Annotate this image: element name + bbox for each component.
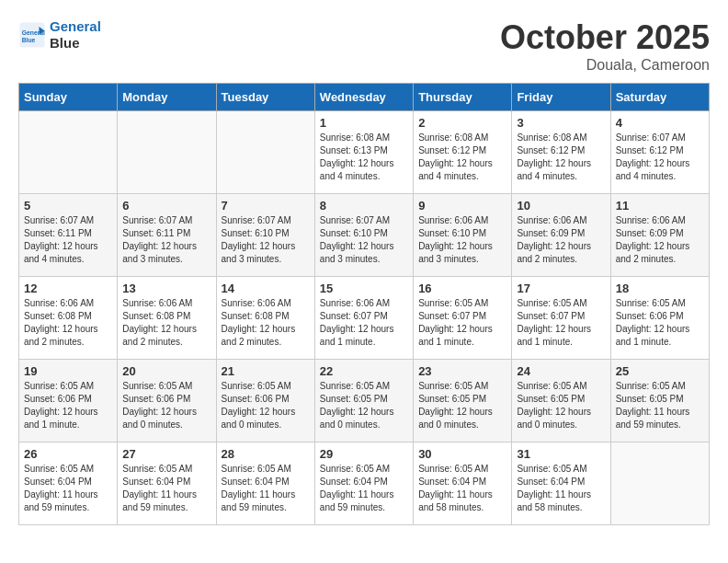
day-number: 3 (517, 116, 605, 130)
calendar-table: SundayMondayTuesdayWednesdayThursdayFrid… (18, 83, 710, 525)
calendar-cell: 7Sunrise: 6:07 AM Sunset: 6:10 PM Daylig… (216, 194, 314, 277)
calendar-cell: 12Sunrise: 6:06 AM Sunset: 6:08 PM Dayli… (19, 277, 118, 360)
page-header: General Blue General Blue October 2025 D… (18, 18, 710, 74)
day-info: Sunrise: 6:07 AM Sunset: 6:11 PM Dayligh… (122, 214, 210, 266)
calendar-cell: 16Sunrise: 6:05 AM Sunset: 6:07 PM Dayli… (414, 277, 512, 360)
weekday-header-monday: Monday (118, 84, 216, 111)
day-info: Sunrise: 6:05 AM Sunset: 6:04 PM Dayligh… (222, 463, 310, 514)
day-number: 15 (320, 282, 408, 295)
day-number: 21 (222, 364, 310, 378)
week-row-4: 19Sunrise: 6:05 AM Sunset: 6:06 PM Dayli… (19, 360, 710, 442)
calendar-cell: 3Sunrise: 6:08 AM Sunset: 6:12 PM Daylig… (512, 111, 610, 194)
day-info: Sunrise: 6:05 AM Sunset: 6:04 PM Dayligh… (517, 463, 605, 514)
day-number: 20 (122, 364, 210, 378)
calendar-cell: 23Sunrise: 6:05 AM Sunset: 6:05 PM Dayli… (414, 360, 512, 442)
day-info: Sunrise: 6:05 AM Sunset: 6:06 PM Dayligh… (122, 380, 210, 431)
calendar-header-row: SundayMondayTuesdayWednesdayThursdayFrid… (19, 84, 710, 111)
day-info: Sunrise: 6:05 AM Sunset: 6:05 PM Dayligh… (418, 380, 506, 431)
day-info: Sunrise: 6:07 AM Sunset: 6:10 PM Dayligh… (222, 214, 310, 266)
day-number: 22 (320, 364, 408, 378)
calendar-cell: 6Sunrise: 6:07 AM Sunset: 6:11 PM Daylig… (118, 194, 216, 277)
day-number: 1 (320, 116, 408, 130)
week-row-5: 26Sunrise: 6:05 AM Sunset: 6:04 PM Dayli… (19, 442, 710, 525)
day-number: 28 (222, 447, 310, 461)
week-row-1: 1Sunrise: 6:08 AM Sunset: 6:13 PM Daylig… (19, 111, 710, 194)
day-number: 19 (24, 364, 112, 378)
day-number: 14 (222, 282, 310, 295)
day-number: 5 (24, 199, 112, 213)
day-info: Sunrise: 6:06 AM Sunset: 6:08 PM Dayligh… (222, 297, 310, 349)
day-number: 11 (616, 199, 704, 213)
calendar-cell (19, 111, 118, 194)
day-number: 2 (418, 116, 506, 130)
day-info: Sunrise: 6:07 AM Sunset: 6:11 PM Dayligh… (24, 214, 112, 266)
day-number: 27 (122, 447, 210, 461)
calendar-cell: 19Sunrise: 6:05 AM Sunset: 6:06 PM Dayli… (19, 360, 118, 442)
calendar-cell: 9Sunrise: 6:06 AM Sunset: 6:10 PM Daylig… (414, 194, 512, 277)
week-row-2: 5Sunrise: 6:07 AM Sunset: 6:11 PM Daylig… (19, 194, 710, 277)
weekday-header-saturday: Saturday (610, 84, 709, 111)
day-number: 10 (517, 199, 605, 213)
day-info: Sunrise: 6:08 AM Sunset: 6:12 PM Dayligh… (418, 132, 506, 183)
day-number: 17 (517, 282, 605, 295)
weekday-header-thursday: Thursday (414, 84, 512, 111)
weekday-header-tuesday: Tuesday (216, 84, 314, 111)
calendar-cell: 2Sunrise: 6:08 AM Sunset: 6:12 PM Daylig… (414, 111, 512, 194)
day-info: Sunrise: 6:08 AM Sunset: 6:12 PM Dayligh… (517, 132, 605, 183)
day-info: Sunrise: 6:06 AM Sunset: 6:07 PM Dayligh… (320, 297, 408, 349)
logo-name: General Blue (50, 18, 101, 52)
week-row-3: 12Sunrise: 6:06 AM Sunset: 6:08 PM Dayli… (19, 277, 710, 360)
day-info: Sunrise: 6:05 AM Sunset: 6:06 PM Dayligh… (24, 380, 112, 431)
calendar-cell (216, 111, 314, 194)
day-number: 16 (418, 282, 506, 295)
calendar-cell: 24Sunrise: 6:05 AM Sunset: 6:05 PM Dayli… (512, 360, 610, 442)
day-info: Sunrise: 6:05 AM Sunset: 6:04 PM Dayligh… (122, 463, 210, 514)
calendar-cell: 28Sunrise: 6:05 AM Sunset: 6:04 PM Dayli… (216, 442, 314, 525)
calendar-cell: 1Sunrise: 6:08 AM Sunset: 6:13 PM Daylig… (314, 111, 413, 194)
calendar-cell: 26Sunrise: 6:05 AM Sunset: 6:04 PM Dayli… (19, 442, 118, 525)
day-info: Sunrise: 6:05 AM Sunset: 6:04 PM Dayligh… (418, 463, 506, 514)
weekday-header-wednesday: Wednesday (314, 84, 413, 111)
calendar-body: 1Sunrise: 6:08 AM Sunset: 6:13 PM Daylig… (19, 111, 710, 525)
day-number: 25 (616, 364, 704, 378)
day-number: 4 (616, 116, 704, 130)
svg-text:Blue: Blue (22, 37, 36, 43)
day-info: Sunrise: 6:05 AM Sunset: 6:07 PM Dayligh… (418, 297, 506, 349)
day-info: Sunrise: 6:06 AM Sunset: 6:10 PM Dayligh… (418, 214, 506, 266)
calendar-cell: 5Sunrise: 6:07 AM Sunset: 6:11 PM Daylig… (19, 194, 118, 277)
weekday-header-friday: Friday (512, 84, 610, 111)
day-info: Sunrise: 6:06 AM Sunset: 6:08 PM Dayligh… (122, 297, 210, 349)
calendar-cell: 4Sunrise: 6:07 AM Sunset: 6:12 PM Daylig… (610, 111, 709, 194)
calendar-cell: 15Sunrise: 6:06 AM Sunset: 6:07 PM Dayli… (314, 277, 413, 360)
day-number: 26 (24, 447, 112, 461)
day-number: 30 (418, 447, 506, 461)
day-number: 29 (320, 447, 408, 461)
day-number: 12 (24, 282, 112, 295)
day-info: Sunrise: 6:05 AM Sunset: 6:04 PM Dayligh… (24, 463, 112, 514)
day-info: Sunrise: 6:07 AM Sunset: 6:12 PM Dayligh… (616, 132, 704, 183)
calendar-cell: 10Sunrise: 6:06 AM Sunset: 6:09 PM Dayli… (512, 194, 610, 277)
calendar-cell: 27Sunrise: 6:05 AM Sunset: 6:04 PM Dayli… (118, 442, 216, 525)
day-number: 31 (517, 447, 605, 461)
calendar-cell: 20Sunrise: 6:05 AM Sunset: 6:06 PM Dayli… (118, 360, 216, 442)
location: Douala, Cameroon (500, 57, 710, 74)
day-info: Sunrise: 6:05 AM Sunset: 6:05 PM Dayligh… (320, 380, 408, 431)
day-number: 7 (222, 199, 310, 213)
calendar-cell: 11Sunrise: 6:06 AM Sunset: 6:09 PM Dayli… (610, 194, 709, 277)
day-number: 23 (418, 364, 506, 378)
calendar-cell: 22Sunrise: 6:05 AM Sunset: 6:05 PM Dayli… (314, 360, 413, 442)
logo: General Blue General Blue (18, 18, 101, 52)
day-number: 9 (418, 199, 506, 213)
day-info: Sunrise: 6:05 AM Sunset: 6:07 PM Dayligh… (517, 297, 605, 349)
day-info: Sunrise: 6:06 AM Sunset: 6:09 PM Dayligh… (517, 214, 605, 266)
calendar-cell: 31Sunrise: 6:05 AM Sunset: 6:04 PM Dayli… (512, 442, 610, 525)
calendar-cell: 8Sunrise: 6:07 AM Sunset: 6:10 PM Daylig… (314, 194, 413, 277)
day-number: 8 (320, 199, 408, 213)
calendar-cell: 21Sunrise: 6:05 AM Sunset: 6:06 PM Dayli… (216, 360, 314, 442)
day-info: Sunrise: 6:06 AM Sunset: 6:09 PM Dayligh… (616, 214, 704, 266)
calendar-cell: 13Sunrise: 6:06 AM Sunset: 6:08 PM Dayli… (118, 277, 216, 360)
day-info: Sunrise: 6:06 AM Sunset: 6:08 PM Dayligh… (24, 297, 112, 349)
title-block: October 2025 Douala, Cameroon (500, 18, 710, 74)
day-info: Sunrise: 6:08 AM Sunset: 6:13 PM Dayligh… (320, 132, 408, 183)
calendar-cell: 17Sunrise: 6:05 AM Sunset: 6:07 PM Dayli… (512, 277, 610, 360)
